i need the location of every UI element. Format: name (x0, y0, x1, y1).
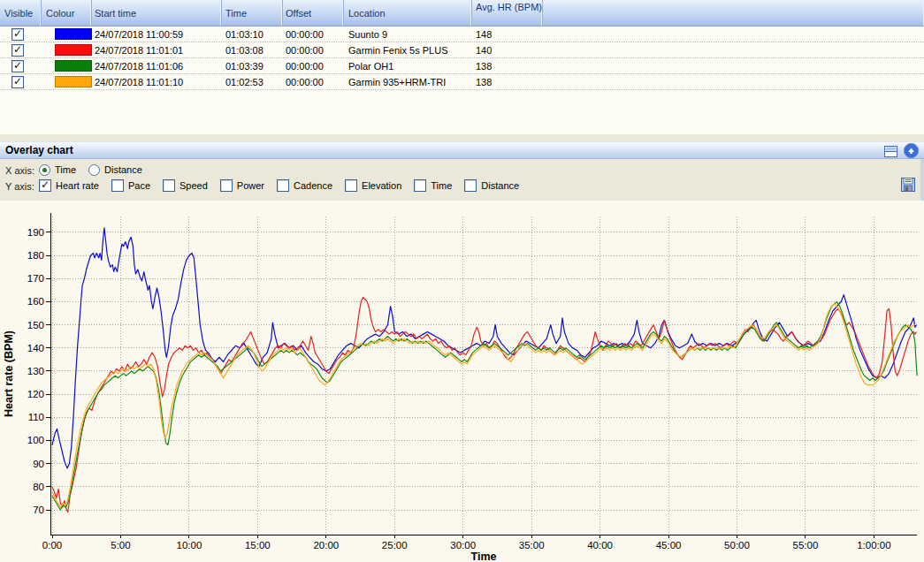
visible-cell (0, 74, 42, 89)
y-tick-label: 110 (28, 412, 44, 422)
y-tick-label: 70 (33, 505, 44, 515)
y-tick-label: 160 (27, 296, 44, 307)
y-tick-label: 150 (27, 320, 44, 330)
radio-icon[interactable] (88, 164, 100, 176)
checkbox-icon[interactable] (163, 179, 175, 192)
column-header-offset[interactable]: Offset (283, 0, 344, 26)
visible-checkbox[interactable] (11, 28, 24, 41)
avg-hr-cell: 148 (472, 27, 543, 42)
x-tick-label: 50:00 (724, 540, 750, 551)
x-tick-label: 55:00 (793, 540, 819, 551)
y-tick-label: 90 (33, 459, 44, 469)
visible-checkbox[interactable] (11, 44, 24, 57)
visible-cell (0, 27, 42, 42)
save-disk-icon[interactable] (900, 177, 916, 193)
collapse-arrow-icon[interactable] (904, 143, 919, 162)
x-tick-label: 10:00 (177, 540, 202, 551)
y-axis-option-speed[interactable]: Speed (163, 179, 208, 192)
column-header-filler (543, 0, 924, 26)
colour-cell (42, 27, 92, 42)
x-tick-label: 35:00 (519, 540, 545, 551)
visible-checkbox[interactable] (11, 76, 24, 88)
y-tick-label: 100 (27, 435, 44, 445)
x-tick-label: 20:00 (313, 540, 339, 551)
y-axis-option-elevation[interactable]: Elevation (345, 179, 401, 192)
column-header-location[interactable]: Location (344, 0, 472, 26)
x-axis-option-time[interactable]: Time (39, 164, 76, 176)
offset-cell: 00:00:00 (283, 58, 344, 73)
y-axis-label: Y axis: (5, 181, 39, 192)
visible-cell (0, 58, 42, 73)
split-panel-icon[interactable] (884, 145, 897, 161)
colour-swatch[interactable] (55, 76, 92, 87)
offset-cell: 00:00:00 (283, 74, 344, 89)
checkbox-icon[interactable] (345, 179, 357, 192)
overlay-chart-panel: Overlay chart X axis: TimeDistance (0, 134, 924, 562)
colour-cell (42, 42, 92, 57)
y-axis-option-heart-rate[interactable]: Heart rate (39, 179, 99, 192)
column-header-visible[interactable]: Visible (0, 0, 42, 26)
table-row[interactable]: 24/07/2018 11:01:0601:03:3900:00:00Polar… (0, 58, 924, 74)
checkbox-icon[interactable] (414, 179, 426, 192)
table-row[interactable]: 24/07/2018 11:01:1001:02:5300:00:00Garmi… (0, 74, 924, 90)
y-tick-label: 130 (27, 366, 44, 376)
panel-title: Overlay chart (5, 144, 73, 156)
column-header-colour[interactable]: Colour (42, 0, 92, 26)
offset-cell: 00:00:00 (283, 27, 344, 42)
checkbox-icon[interactable] (464, 179, 477, 192)
table-body: 24/07/2018 11:00:5901:03:1000:00:00Suunt… (0, 27, 924, 90)
x-tick-label: 0:00 (42, 540, 62, 551)
series-garmin-fenix-5s-plus (52, 297, 916, 512)
y-tick-label: 80 (33, 482, 44, 492)
x-tick-label: 1:00:00 (857, 540, 890, 551)
visible-checkbox[interactable] (11, 60, 24, 72)
checkbox-icon[interactable] (39, 179, 51, 192)
colour-swatch[interactable] (55, 44, 92, 56)
start-time-cell: 24/07/2018 11:01:06 (92, 58, 222, 73)
column-header-start-time[interactable]: Start time (92, 0, 222, 26)
y-axis-option-pace[interactable]: Pace (111, 179, 150, 192)
y-tick-label: 180 (27, 250, 44, 261)
x-tick-label: 25:00 (382, 540, 408, 551)
x-tick-label: 30:00 (450, 540, 476, 551)
x-axis-title: Time (471, 551, 497, 562)
column-header-time[interactable]: Time (222, 0, 283, 26)
column-header-avg-hr[interactable]: Avg. HR (BPM) (472, 0, 543, 26)
y-axis-option-power[interactable]: Power (220, 179, 264, 192)
start-time-cell: 24/07/2018 11:01:01 (92, 42, 222, 57)
x-axis-option-distance[interactable]: Distance (88, 164, 142, 176)
checkbox-icon[interactable] (111, 179, 124, 192)
avg-hr-cell: 140 (472, 42, 543, 57)
table-row[interactable]: 24/07/2018 11:00:5901:03:1000:00:00Suunt… (0, 27, 924, 42)
radio-icon[interactable] (39, 164, 50, 176)
offset-cell: 00:00:00 (283, 42, 344, 57)
table-row[interactable]: 24/07/2018 11:01:0101:03:0800:00:00Garmi… (0, 42, 924, 58)
location-cell: Garmin Fenix 5s PLUS (344, 42, 472, 57)
colour-cell (42, 58, 92, 73)
x-tick-label: 15:00 (245, 540, 271, 551)
y-axis-option-distance[interactable]: Distance (464, 179, 519, 192)
time-cell: 01:03:10 (222, 27, 283, 42)
colour-swatch[interactable] (55, 60, 92, 72)
time-cell: 01:03:08 (222, 42, 283, 57)
y-axis-option-time[interactable]: Time (414, 179, 452, 192)
y-tick-label: 170 (27, 273, 44, 284)
location-cell: Suunto 9 (344, 27, 472, 42)
checkbox-icon[interactable] (277, 179, 289, 192)
x-tick-label: 40:00 (587, 540, 613, 551)
checkbox-icon[interactable] (220, 179, 233, 192)
overlay-chart[interactable]: 7080901001101201301401501601701801900:00… (0, 201, 924, 562)
series-polar-oh1 (52, 302, 917, 511)
y-tick-label: 140 (27, 343, 44, 353)
y-axis-title: Heart rate (BPM) (3, 330, 15, 417)
colour-cell (42, 74, 92, 89)
start-time-cell: 24/07/2018 11:00:59 (92, 27, 222, 42)
location-cell: Polar OH1 (344, 58, 472, 73)
y-axis-option-cadence[interactable]: Cadence (277, 179, 332, 192)
colour-swatch[interactable] (55, 28, 92, 40)
start-time-cell: 24/07/2018 11:01:10 (92, 74, 222, 89)
y-tick-label: 120 (27, 389, 44, 399)
avg-hr-cell: 138 (472, 74, 543, 89)
avg-hr-cell: 138 (472, 58, 543, 73)
time-cell: 01:03:39 (222, 58, 283, 73)
